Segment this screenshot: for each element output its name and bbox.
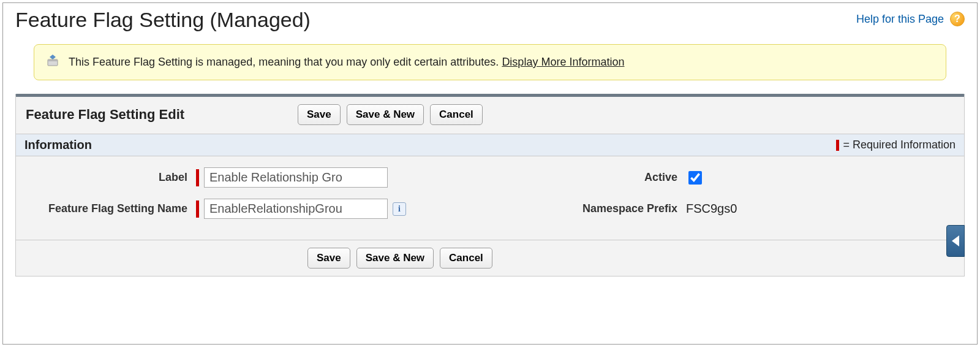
required-mark-icon — [196, 169, 199, 186]
section-title: Information — [24, 138, 92, 152]
label-field-label: Label — [24, 171, 196, 184]
save-button[interactable]: Save — [298, 104, 341, 125]
cancel-button[interactable]: Cancel — [430, 104, 483, 125]
form-grid: Label Active Feature Flag Setting Name i… — [24, 167, 956, 219]
panel-title: Feature Flag Setting Edit — [26, 107, 298, 123]
page-container: Feature Flag Setting (Managed) Help for … — [2, 2, 978, 345]
display-more-link[interactable]: Display More Information — [502, 56, 624, 68]
namespace-field-value: FSC9gs0 — [686, 202, 882, 216]
required-mark-icon — [836, 140, 839, 151]
name-field-value: i — [196, 199, 453, 219]
help-area: Help for this Page ? — [856, 12, 965, 26]
edit-panel: Feature Flag Setting Edit Save Save & Ne… — [15, 94, 965, 276]
label-field-value — [196, 167, 453, 188]
required-legend: = Required Information — [836, 139, 956, 151]
name-field-label: Feature Flag Setting Name — [24, 202, 196, 215]
section-header: Information = Required Information — [16, 134, 964, 156]
top-button-row: Save Save & New Cancel — [298, 104, 483, 125]
package-icon — [45, 53, 60, 71]
bottom-button-row: Save Save & New Cancel — [307, 248, 954, 269]
svg-rect-1 — [48, 59, 58, 61]
active-field-value — [686, 169, 882, 186]
required-mark-icon — [196, 200, 199, 218]
name-input[interactable] — [204, 199, 388, 219]
page-header: Feature Flag Setting (Managed) Help for … — [15, 3, 965, 44]
label-input[interactable] — [204, 167, 388, 188]
help-link[interactable]: Help for this Page — [856, 13, 944, 26]
panel-footer: Save Save & New Cancel — [16, 240, 964, 276]
form-body: Label Active Feature Flag Setting Name i… — [16, 156, 964, 240]
save-and-new-button[interactable]: Save & New — [347, 104, 424, 125]
managed-info-banner: This Feature Flag Setting is managed, me… — [34, 44, 946, 80]
banner-text: This Feature Flag Setting is managed, me… — [69, 56, 624, 69]
cancel-button[interactable]: Cancel — [440, 248, 492, 269]
save-button[interactable]: Save — [307, 248, 350, 269]
expand-side-tab[interactable] — [946, 225, 965, 257]
info-icon[interactable]: i — [393, 202, 406, 216]
active-field-label: Active — [453, 171, 686, 184]
page-title: Feature Flag Setting (Managed) — [15, 8, 311, 32]
namespace-field-label: Namespace Prefix — [453, 202, 686, 215]
panel-header: Feature Flag Setting Edit Save Save & Ne… — [16, 97, 964, 134]
chevron-left-icon — [952, 235, 959, 246]
active-checkbox[interactable] — [688, 171, 702, 185]
save-and-new-button[interactable]: Save & New — [356, 248, 434, 269]
help-icon[interactable]: ? — [950, 12, 965, 26]
